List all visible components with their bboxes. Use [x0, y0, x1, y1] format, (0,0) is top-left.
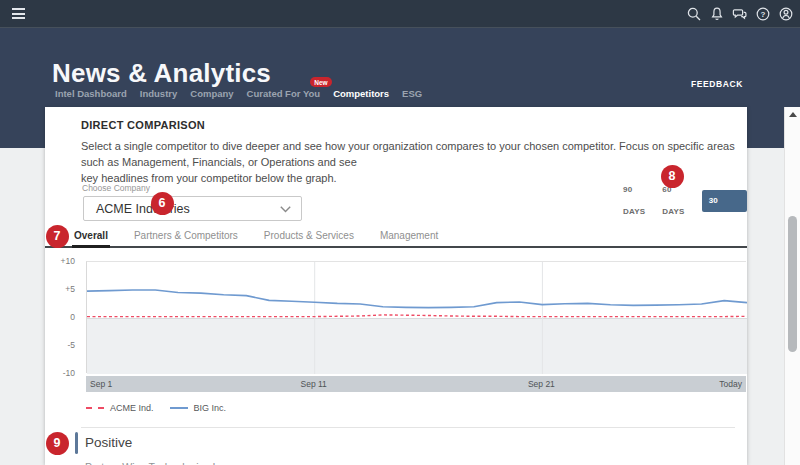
scrollbar-thumb[interactable] [788, 216, 797, 352]
legend-item-acme-ind: ACME Ind. [86, 403, 154, 413]
menu-icon[interactable] [12, 8, 25, 22]
topbar: ? [0, 0, 800, 28]
tab-esg[interactable]: ESG [402, 88, 422, 105]
description-line: Select a single competitor to dive deepe… [81, 140, 735, 168]
legend-swatch [170, 407, 188, 409]
x-tick: Sep 11 [284, 379, 344, 389]
legend-label: ACME Ind. [110, 403, 154, 413]
y-tick: -5 [45, 340, 75, 350]
tab-curated-for-you[interactable]: Curated For YouNew [247, 88, 321, 105]
subtab-overall[interactable]: Overall [72, 230, 110, 246]
hero-tabs: Intel DashboardIndustryCompanyCurated Fo… [55, 88, 422, 105]
topbar-icons: ? [686, 0, 794, 28]
annotation-badge-8: 8 [661, 165, 684, 188]
range-button-90-days[interactable]: 90 DAYS [623, 179, 654, 223]
series-acme-ind [87, 315, 747, 317]
y-tick: +5 [45, 284, 75, 294]
section-title: DIRECT COMPARISON [81, 119, 205, 131]
profile-icon[interactable] [778, 6, 794, 22]
series-big-inc [87, 290, 747, 308]
tab-company[interactable]: Company [190, 88, 233, 105]
tab-industry[interactable]: Industry [140, 88, 177, 105]
bell-icon[interactable] [709, 6, 725, 22]
range-button-30-days[interactable]: 30 DAYS [702, 190, 747, 212]
chart-legend: ACME Ind.BIG Inc. [86, 403, 226, 413]
comparison-subtabs: OverallPartners & CompetitorsProducts & … [45, 230, 747, 248]
company-select-value: ACME Industries [96, 197, 190, 221]
help-icon[interactable]: ? [755, 6, 771, 22]
subtab-products-services[interactable]: Products & Services [262, 230, 356, 246]
chart-y-axis: +10+50-5-10 [45, 261, 75, 373]
comparison-chart [86, 261, 746, 373]
scrollbar-up-arrow[interactable] [789, 112, 797, 117]
chevron-down-icon [280, 206, 291, 213]
y-tick: 0 [45, 312, 75, 322]
truncated-headline[interactable]: Partner Wins Technologies Inc [85, 461, 227, 465]
chart-x-axis: Sep 1Sep 11Sep 21Today [86, 376, 746, 392]
chat-icon[interactable] [732, 6, 748, 22]
legend-swatch [86, 407, 104, 409]
subtab-partners-competitors[interactable]: Partners & Competitors [132, 230, 240, 246]
annotation-badge-7: 7 [46, 225, 69, 248]
legend-label: BIG Inc. [194, 403, 227, 413]
tab-competitors[interactable]: Competitors [333, 88, 389, 105]
chart-lines [87, 262, 747, 374]
x-tick: Sep 1 [90, 379, 112, 389]
subtab-management[interactable]: Management [378, 230, 440, 246]
y-tick: +10 [45, 256, 75, 266]
section-divider [81, 427, 735, 428]
positive-section-title: Positive [85, 435, 132, 450]
choose-company-label: Choose Company [82, 183, 150, 193]
x-tick: Sep 21 [511, 379, 571, 389]
y-tick: -10 [45, 368, 75, 378]
svg-text:?: ? [761, 10, 766, 19]
direct-comparison-card: DIRECT COMPARISON Select a single compet… [45, 107, 747, 465]
annotation-badge-9: 9 [46, 432, 69, 455]
legend-item-big-inc: BIG Inc. [170, 403, 227, 413]
scrollbar[interactable] [784, 107, 800, 465]
tab-intel-dashboard[interactable]: Intel Dashboard [55, 88, 127, 105]
search-icon[interactable] [686, 6, 702, 22]
range-buttons: 90 DAYS60 DAYS30 DAYS [623, 190, 747, 212]
page-title: News & Analytics [52, 58, 271, 89]
positive-section-bar [75, 432, 78, 454]
new-badge: New [310, 77, 332, 87]
x-tick: Today [719, 379, 742, 389]
annotation-badge-6: 6 [151, 192, 174, 215]
feedback-button[interactable]: FEEDBACK [691, 79, 743, 89]
page: ? News & Analytics FEEDBACK Intel Dashbo… [0, 0, 800, 465]
company-select[interactable]: ACME Industries [83, 196, 302, 221]
